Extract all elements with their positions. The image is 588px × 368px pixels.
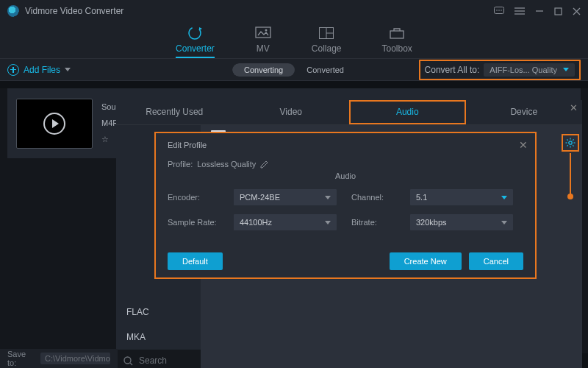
svg-line-27 — [573, 145, 573, 146]
svg-point-3 — [501, 10, 502, 11]
tab-mv[interactable]: MV — [255, 25, 271, 58]
annotation-dot — [567, 194, 573, 199]
format-tab-recent[interactable]: Recently Used — [116, 100, 233, 124]
svg-line-29 — [567, 145, 567, 146]
channel-label: Channel: — [351, 193, 395, 202]
svg-point-14 — [265, 29, 267, 32]
sample-rate-select[interactable]: 44100Hz — [234, 214, 337, 230]
edit-profile-dialog: ✕ Edit Profile Profile: Lossless Quality… — [154, 132, 537, 279]
svg-point-21 — [569, 141, 572, 144]
encoder-select[interactable]: PCM-24BE — [234, 189, 337, 205]
tab-collage[interactable]: Collage — [312, 25, 342, 58]
video-thumbnail[interactable] — [16, 99, 93, 149]
main-tabs: Converter MV Collage Toolbox — [0, 22, 588, 59]
svg-point-1 — [496, 10, 498, 11]
close-icon[interactable]: ✕ — [570, 102, 578, 113]
toolbar: Add Files Converting Converted Convert A… — [0, 59, 588, 81]
profile-settings-button[interactable] — [562, 134, 579, 152]
svg-rect-18 — [390, 31, 404, 38]
format-tab-video[interactable]: Video — [233, 100, 350, 124]
annotation-connector — [570, 153, 571, 197]
mv-icon — [255, 25, 271, 41]
gear-icon — [565, 138, 576, 148]
chevron-down-icon — [501, 221, 507, 224]
save-path[interactable]: C:\Vidmore\Vidmore Vid... — [40, 353, 110, 364]
svg-line-26 — [567, 139, 567, 140]
status-segment: Converting Converted — [232, 63, 356, 77]
sample-rate-label: Sample Rate: — [168, 218, 219, 227]
maximize-icon[interactable] — [554, 7, 562, 15]
segment-converting[interactable]: Converting — [232, 63, 295, 77]
close-icon[interactable] — [573, 7, 581, 15]
profile-label: Profile: — [168, 160, 193, 169]
close-icon[interactable]: ✕ — [519, 139, 528, 151]
add-files-button[interactable]: Add Files — [7, 64, 71, 76]
svg-line-28 — [573, 139, 573, 140]
tab-converter[interactable]: Converter — [176, 25, 215, 58]
dialog-title: Edit Profile — [168, 141, 523, 149]
play-icon — [43, 113, 65, 135]
search-icon — [123, 356, 133, 366]
content-area: Sou M4R ☆ ✕ Recently Used Video Audio De… — [0, 88, 588, 353]
audio-section-label: Audio — [168, 171, 523, 180]
segment-converted[interactable]: Converted — [295, 63, 356, 77]
default-button[interactable]: Default — [168, 252, 223, 270]
bitrate-label: Bitrate: — [351, 218, 395, 227]
pencil-icon[interactable] — [260, 160, 269, 169]
channel-select[interactable]: 5.1 — [410, 189, 513, 205]
format-tab-audio[interactable]: Audio — [349, 100, 466, 124]
svg-marker-12 — [199, 27, 202, 30]
app-logo-icon — [7, 5, 19, 17]
app-title: Vidmore Video Converter — [25, 6, 123, 16]
titlebar: Vidmore Video Converter — [0, 0, 588, 22]
chevron-down-icon — [325, 221, 331, 224]
convert-all-to: Convert All to: AIFF-Los... Quality — [419, 60, 581, 80]
convert-all-select[interactable]: AIFF-Los... Quality — [484, 63, 575, 77]
svg-rect-8 — [555, 8, 562, 15]
save-to-label: Save to: — [7, 350, 35, 367]
tab-toolbox[interactable]: Toolbox — [382, 25, 412, 58]
encoder-label: Encoder: — [168, 193, 219, 202]
svg-line-20 — [130, 363, 132, 365]
minimize-icon[interactable] — [535, 7, 544, 15]
format-search[interactable]: Search — [116, 350, 201, 368]
format-item-mka[interactable]: MKA — [116, 325, 201, 350]
create-new-button[interactable]: Create New — [390, 252, 462, 270]
chevron-down-icon — [563, 68, 569, 71]
cancel-button[interactable]: Cancel — [469, 252, 523, 270]
format-item-flac[interactable]: FLAC — [116, 300, 201, 325]
feedback-icon[interactable] — [494, 7, 504, 15]
footer: Save to: C:\Vidmore\Vidmore Vid... — [0, 349, 118, 368]
svg-rect-13 — [256, 27, 270, 38]
plus-icon — [7, 64, 19, 76]
collage-icon — [318, 25, 334, 41]
chevron-down-icon — [325, 196, 331, 199]
menu-icon[interactable] — [514, 7, 525, 15]
chevron-down-icon — [501, 196, 507, 199]
converter-icon — [187, 25, 203, 41]
chevron-down-icon — [65, 68, 71, 71]
format-tab-device[interactable]: Device — [466, 100, 583, 124]
convert-all-label: Convert All to: — [425, 65, 480, 75]
toolbox-icon — [389, 25, 405, 41]
svg-point-2 — [498, 10, 500, 11]
bitrate-select[interactable]: 320kbps — [410, 214, 513, 230]
svg-point-19 — [124, 357, 131, 364]
svg-point-11 — [189, 27, 201, 39]
profile-value: Lossless Quality — [197, 160, 256, 169]
